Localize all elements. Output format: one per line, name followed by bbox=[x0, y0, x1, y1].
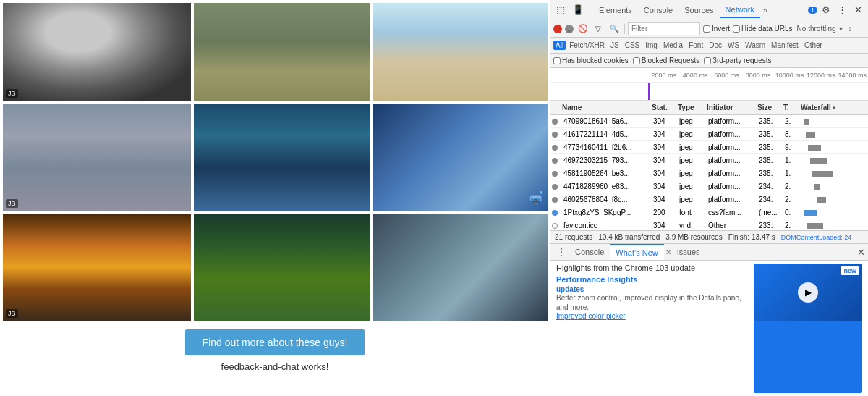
stop-button[interactable]: ⊘ bbox=[565, 25, 574, 33]
youtube-thumb-img[interactable]: ▶ new bbox=[754, 264, 862, 321]
table-row[interactable]: 1Ptxg8zYS_SKggP... 200 font css?fam... (… bbox=[550, 206, 868, 219]
row-name: 47099018614_5a6... bbox=[559, 117, 653, 125]
row-type: vnd. bbox=[679, 222, 708, 229]
header-type[interactable]: Type bbox=[678, 104, 707, 111]
more-options-btn[interactable]: ⋮ bbox=[835, 3, 850, 17]
header-time[interactable]: T. bbox=[783, 104, 801, 111]
table-row[interactable]: 46025678804_f8c... 304 jpeg platform... … bbox=[550, 193, 868, 206]
has-blocked-label[interactable]: Has blocked cookies bbox=[553, 56, 629, 64]
invert-checkbox[interactable] bbox=[703, 25, 710, 33]
row-name: 46025678804_f8c... bbox=[559, 195, 653, 203]
header-status[interactable]: Stat. bbox=[652, 104, 678, 111]
photo-leopard bbox=[373, 214, 548, 321]
tab-sources[interactable]: Sources bbox=[678, 3, 719, 17]
devtools-top-toolbar: ⬚ 📱 Elements Console Sources Network » 1… bbox=[550, 0, 868, 20]
row-initiator: platform... bbox=[708, 117, 759, 125]
table-row[interactable]: 41617221114_4d5... 304 jpeg platform... … bbox=[550, 128, 868, 141]
transferred-size: 10.4 kB transferred bbox=[598, 233, 660, 241]
resources-size: 3.9 MB resources bbox=[665, 233, 722, 241]
filter-toggle-btn[interactable]: ▽ bbox=[592, 23, 604, 34]
table-row[interactable]: 44718289960_e83... 304 jpeg platform... … bbox=[550, 180, 868, 193]
settings-btn[interactable]: ⚙ bbox=[819, 3, 833, 17]
row-name: 47734160411_f2b6... bbox=[559, 143, 653, 151]
find-out-button[interactable]: Find out more about these guys! bbox=[185, 329, 365, 355]
blocked-requests-label[interactable]: Blocked Requests bbox=[633, 56, 700, 64]
photo-turtle bbox=[194, 3, 370, 101]
network-rows-container: 47099018614_5a6... 304 jpeg platform... … bbox=[550, 115, 868, 230]
online-btn[interactable]: ↕ bbox=[846, 23, 855, 34]
inspect-element-btn[interactable]: ⬚ bbox=[553, 3, 568, 17]
filter-doc[interactable]: Doc bbox=[707, 41, 724, 50]
tab-console-bottom[interactable]: Console bbox=[569, 244, 610, 260]
table-row[interactable]: favicon.ico 304 vnd. Other 233. 2. bbox=[550, 219, 868, 230]
row-status: 304 bbox=[653, 182, 679, 190]
device-toggle-btn[interactable]: 📱 bbox=[569, 3, 587, 17]
color-picker-link[interactable]: Improved color picker bbox=[556, 312, 751, 320]
blocked-requests-checkbox[interactable] bbox=[633, 57, 640, 64]
search-btn[interactable]: 🔍 bbox=[607, 23, 621, 34]
tab-network[interactable]: Network bbox=[720, 2, 760, 18]
diver-icon: 🤿 bbox=[528, 190, 544, 206]
devtools-panel: ⬚ 📱 Elements Console Sources Network » 1… bbox=[550, 0, 868, 396]
close-whats-new-btn[interactable]: ✕ bbox=[665, 248, 671, 256]
header-name[interactable]: Name bbox=[558, 104, 652, 111]
hide-data-urls-label[interactable]: Hide data URLs bbox=[733, 25, 793, 33]
sort-arrow: ▲ bbox=[831, 104, 837, 111]
filter-media[interactable]: Media bbox=[661, 41, 685, 50]
play-button-icon[interactable]: ▶ bbox=[798, 282, 818, 303]
filter-other[interactable]: Other bbox=[802, 41, 825, 50]
record-button[interactable] bbox=[553, 25, 562, 33]
filter-img[interactable]: Img bbox=[643, 41, 660, 50]
row-time: 2. bbox=[785, 222, 802, 229]
has-blocked-checkbox[interactable] bbox=[553, 57, 561, 64]
third-party-checkbox[interactable] bbox=[704, 57, 711, 64]
row-waterfall bbox=[802, 171, 868, 177]
row-time: 2. bbox=[785, 182, 802, 190]
photo-bird: JS bbox=[3, 104, 191, 211]
table-row[interactable]: 47734160411_f2b6... 304 jpeg platform...… bbox=[550, 141, 868, 154]
tick-12000: 12000 ms bbox=[805, 72, 836, 79]
filter-font[interactable]: Font bbox=[686, 41, 705, 50]
header-size[interactable]: Size bbox=[757, 104, 783, 111]
console-content: Highlights from the Chrome 103 update Pe… bbox=[550, 261, 868, 396]
network-toolbar: ⊘ 🚫 ▽ 🔍 Invert Hide data URLs No throttl… bbox=[550, 20, 868, 38]
row-waterfall bbox=[802, 184, 868, 190]
tab-elements[interactable]: Elements bbox=[593, 3, 638, 17]
console-tabs-bar: ⋮ Console What's New ✕ Issues ✕ bbox=[550, 243, 868, 261]
table-row[interactable]: 45811905264_be3... 304 jpeg platform... … bbox=[550, 167, 868, 180]
row-size: 235. bbox=[759, 117, 785, 125]
highlights-title: Highlights from the Chrome 103 update bbox=[556, 264, 751, 272]
filter-wasm[interactable]: Wasm bbox=[743, 41, 767, 50]
row-time: 2. bbox=[785, 195, 802, 203]
filter-css[interactable]: CSS bbox=[623, 41, 642, 50]
clear-button[interactable]: 🚫 bbox=[576, 24, 590, 33]
tab-whats-new[interactable]: What's New bbox=[610, 244, 663, 260]
third-party-label[interactable]: 3rd-party requests bbox=[704, 56, 771, 64]
tab-issues[interactable]: Issues bbox=[671, 244, 706, 260]
row-time: 9. bbox=[785, 143, 802, 151]
table-row[interactable]: 46972303215_793... 304 jpeg platform... … bbox=[550, 154, 868, 167]
filter-all[interactable]: All bbox=[553, 41, 566, 50]
filter-manifest[interactable]: Manifest bbox=[769, 41, 801, 50]
header-initiator[interactable]: Initiator bbox=[707, 104, 757, 111]
more-tabs-btn[interactable]: » bbox=[760, 3, 770, 17]
tab-console[interactable]: Console bbox=[638, 3, 678, 17]
row-status: 304 bbox=[653, 195, 679, 203]
table-row[interactable]: 47099018614_5a6... 304 jpeg platform... … bbox=[550, 115, 868, 128]
close-console-btn[interactable]: ✕ bbox=[857, 247, 865, 258]
invert-checkbox-label[interactable]: Invert bbox=[703, 25, 730, 33]
row-size: 234. bbox=[759, 195, 785, 203]
close-devtools-btn[interactable]: ✕ bbox=[851, 3, 865, 17]
filter-input[interactable] bbox=[628, 22, 700, 35]
filter-ws[interactable]: WS bbox=[726, 41, 741, 50]
header-waterfall[interactable]: Waterfall ▲ bbox=[801, 104, 868, 111]
hide-data-urls-checkbox[interactable] bbox=[733, 25, 740, 33]
row-status: 304 bbox=[653, 117, 679, 125]
filter-js[interactable]: JS bbox=[608, 41, 621, 50]
row-size: 235. bbox=[759, 156, 785, 164]
console-dots-btn[interactable]: ⋮ bbox=[553, 245, 569, 259]
row-time: 8. bbox=[785, 130, 802, 138]
photo-whale: 🤿 bbox=[373, 104, 548, 211]
row-status: 304 bbox=[653, 222, 679, 229]
filter-fetch-xhr[interactable]: Fetch/XHR bbox=[567, 41, 607, 50]
